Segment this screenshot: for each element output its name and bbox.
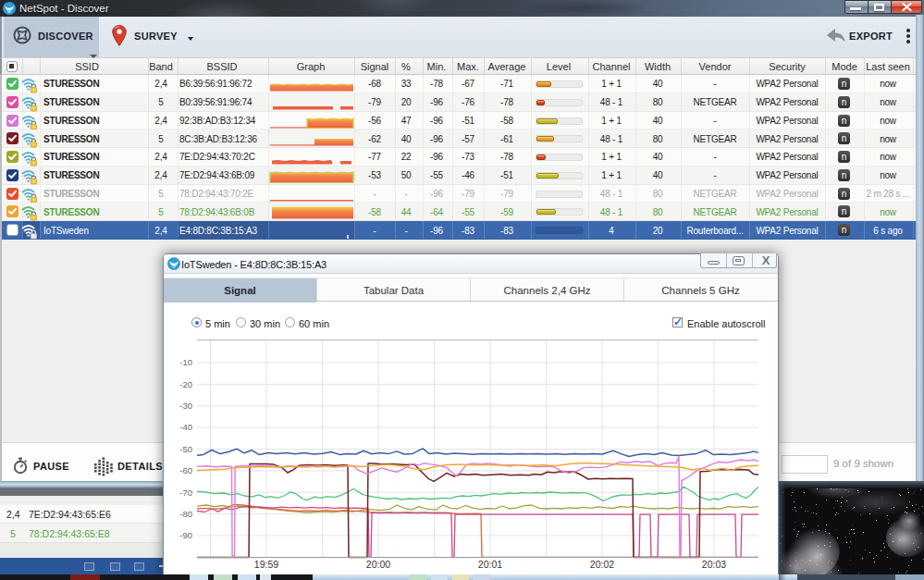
svg-text:20:02: 20:02 <box>590 559 614 570</box>
svg-text:-50: -50 <box>179 444 192 454</box>
svg-text:19:59: 19:59 <box>254 559 278 570</box>
svg-text:-40: -40 <box>179 422 192 432</box>
svg-text:-60: -60 <box>179 465 192 475</box>
svg-text:20:03: 20:03 <box>702 559 726 570</box>
svg-text:-30: -30 <box>179 401 192 411</box>
svg-text:20:01: 20:01 <box>478 559 502 570</box>
svg-text:20:00: 20:00 <box>366 559 390 570</box>
svg-text:-70: -70 <box>179 487 192 498</box>
svg-text:-20: -20 <box>179 379 192 389</box>
svg-text:-10: -10 <box>179 357 192 367</box>
svg-text:-90: -90 <box>179 530 192 540</box>
svg-text:-80: -80 <box>179 509 192 519</box>
